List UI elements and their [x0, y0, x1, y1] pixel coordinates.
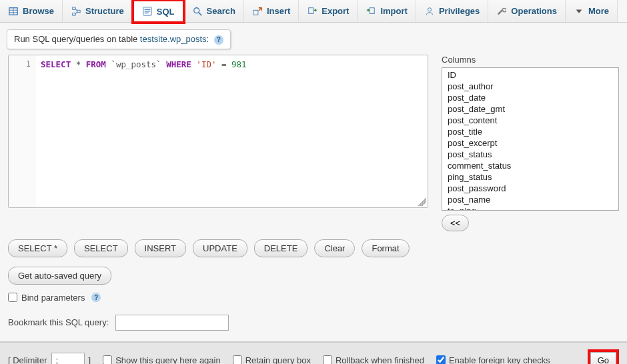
tab-label: Privileges [439, 6, 480, 16]
svg-rect-16 [309, 7, 314, 13]
column-option[interactable]: post_author [445, 81, 616, 92]
tab-insert[interactable]: Insert [244, 0, 299, 22]
column-option[interactable]: to_ping [445, 205, 616, 211]
footer-bar: [ Delimiter ] Show this query here again… [0, 342, 627, 364]
go-button[interactable]: Go [590, 352, 616, 364]
column-option[interactable]: comment_status [445, 160, 616, 171]
tab-operations[interactable]: Operations [488, 0, 566, 22]
svg-rect-6 [77, 10, 80, 13]
kw-from: FROM [86, 59, 106, 69]
bind-parameters-checkbox[interactable] [8, 293, 17, 302]
rollback-label[interactable]: Rollback when finished [323, 355, 424, 364]
format-button[interactable]: Format [362, 239, 409, 257]
tab-label: Browse [23, 6, 54, 16]
update-button[interactable]: UPDATE [193, 239, 247, 257]
fk-checks-label[interactable]: Enable foreign key checks [436, 355, 550, 364]
query-header-table-link[interactable]: testsite.wp_posts [140, 34, 207, 44]
eq: = [221, 59, 227, 69]
tab-more[interactable]: More [566, 0, 618, 22]
privileges-icon [424, 6, 435, 17]
delimiter-input[interactable] [51, 353, 85, 364]
bind-parameters-label: Bind parameters [21, 293, 85, 303]
svg-rect-12 [144, 13, 148, 13]
sql-icon [142, 6, 153, 17]
search-icon [192, 6, 203, 17]
query-header-prefix: Run SQL query/queries on table [14, 34, 140, 44]
delimiter-label-open: [ Delimiter [8, 355, 47, 364]
go-highlight: Go [588, 349, 619, 364]
where-col: 'ID' [196, 59, 216, 69]
columns-listbox[interactable]: IDpost_authorpost_datepost_date_gmtpost_… [442, 67, 619, 211]
sql-panel: Run SQL query/queries on table testsite.… [0, 23, 627, 342]
select-star-button[interactable]: SELECT * [8, 239, 67, 257]
editor-gutter: 1 [9, 55, 35, 207]
resize-handle[interactable] [418, 198, 426, 206]
svg-rect-4 [73, 7, 75, 9]
column-option[interactable]: post_password [445, 183, 616, 194]
tab-label: Structure [85, 6, 124, 16]
table-name: `wp_posts` [111, 59, 161, 69]
wrench-icon [496, 6, 507, 17]
column-option[interactable]: post_content [445, 115, 616, 126]
clear-button[interactable]: Clear [314, 239, 355, 257]
import-icon [366, 6, 376, 17]
structure-icon [71, 6, 81, 17]
tab-label: Export [322, 6, 349, 16]
insert-icon [252, 6, 263, 17]
column-option[interactable]: post_title [445, 126, 616, 137]
column-option[interactable]: ID [445, 69, 616, 81]
insert-column-button[interactable]: << [442, 215, 469, 231]
svg-rect-17 [370, 7, 375, 13]
svg-rect-11 [144, 11, 150, 11]
rollback-text: Rollback when finished [336, 355, 424, 364]
delete-button[interactable]: DELETE [254, 239, 308, 257]
tab-label: More [588, 6, 609, 16]
svg-point-13 [193, 7, 199, 13]
column-option[interactable]: post_excerpt [445, 137, 616, 149]
svg-rect-5 [73, 13, 75, 15]
bookmark-input[interactable] [115, 315, 229, 331]
export-icon [307, 6, 318, 17]
where-val: 981 [231, 59, 247, 69]
select-button[interactable]: SELECT [74, 239, 128, 257]
help-icon[interactable]: ? [214, 35, 223, 45]
show-again-text: Show this query here again [115, 355, 221, 364]
column-option[interactable]: post_status [445, 149, 616, 160]
insert-button[interactable]: INSERT [135, 239, 186, 257]
svg-rect-10 [144, 9, 150, 10]
rollback-checkbox[interactable] [323, 355, 332, 364]
svg-point-18 [428, 7, 431, 11]
tab-export[interactable]: Export [299, 0, 358, 22]
sql-editor[interactable]: 1 SELECT * FROM `wp_posts` WHERE 'ID' = … [8, 55, 428, 208]
delimiter-label-close: ] [89, 355, 91, 364]
svg-line-14 [198, 12, 201, 15]
columns-label: Columns [442, 55, 619, 65]
column-option[interactable]: post_date_gmt [445, 103, 616, 115]
tab-label: Search [207, 6, 235, 16]
retain-box-text: Retain query box [245, 355, 311, 364]
tab-search[interactable]: Search [184, 0, 244, 22]
svg-rect-15 [253, 10, 258, 15]
table-icon [8, 6, 19, 17]
tab-label: Insert [267, 6, 290, 16]
kw-select: SELECT [41, 59, 71, 69]
bookmark-label: Bookmark this SQL query: [8, 317, 109, 327]
column-option[interactable]: post_date [445, 92, 616, 103]
tab-import[interactable]: Import [358, 0, 416, 22]
show-again-checkbox[interactable] [103, 355, 112, 364]
tab-privileges[interactable]: Privileges [416, 0, 488, 22]
query-buttons-row: SELECT * SELECT INSERT UPDATE DELETE Cle… [0, 237, 627, 264]
help-icon[interactable]: ? [91, 293, 101, 302]
column-option[interactable]: ping_status [445, 171, 616, 183]
fk-checks-checkbox[interactable] [436, 355, 446, 364]
show-again-label[interactable]: Show this query here again [103, 355, 221, 364]
get-autosaved-button[interactable]: Get auto-saved query [8, 267, 111, 285]
tab-sql[interactable]: SQL [131, 0, 185, 24]
retain-box-label[interactable]: Retain query box [233, 355, 311, 364]
editor-code[interactable]: SELECT * FROM `wp_posts` WHERE 'ID' = 98… [35, 55, 428, 207]
column-option[interactable]: post_name [445, 194, 616, 205]
tab-browse[interactable]: Browse [0, 0, 63, 22]
tab-structure[interactable]: Structure [63, 0, 133, 22]
chevron-down-icon [574, 6, 584, 17]
retain-box-checkbox[interactable] [233, 355, 242, 364]
